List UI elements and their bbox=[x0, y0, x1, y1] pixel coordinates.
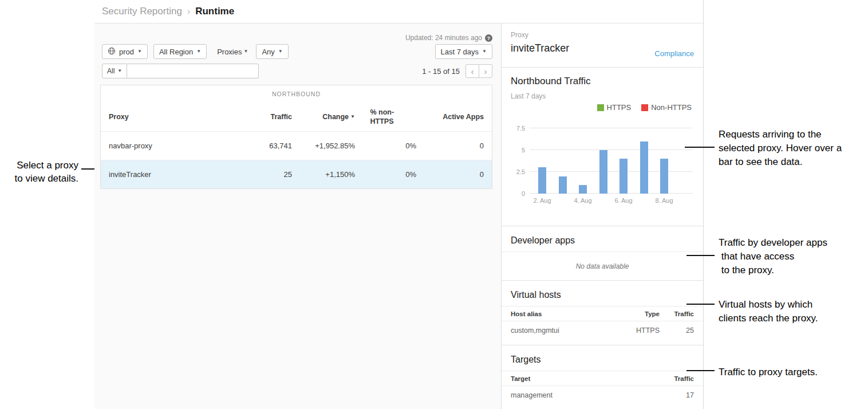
target-column-target: Target bbox=[511, 375, 660, 382]
developer-apps-title: Developer apps bbox=[502, 226, 703, 252]
northbound-traffic-subtitle: Last 7 days bbox=[511, 92, 694, 100]
table-group-header: NORTHBOUND bbox=[101, 85, 492, 103]
legend-https-label: HTTPS bbox=[607, 103, 632, 112]
proxy-table: NORTHBOUND Proxy Traffic Change ▼ % non-… bbox=[100, 85, 492, 189]
chart-legend: HTTPS Non-HTTPS bbox=[597, 103, 692, 112]
proxy-list-panel: Updated: 24 minutes ago ? prod ▼ bbox=[94, 23, 501, 409]
help-icon[interactable]: ? bbox=[485, 34, 492, 42]
chart-bar[interactable] bbox=[538, 167, 546, 194]
chart-x-tick: 4. Aug bbox=[574, 197, 591, 204]
detail-header: Proxy inviteTracker Compliance bbox=[502, 23, 703, 68]
prev-page-button[interactable]: ‹ bbox=[465, 64, 479, 78]
filter-toolbar: prod ▼ All Region ▼ Proxies ▼ Any ▼ bbox=[102, 44, 492, 59]
target-traffic-value: 17 bbox=[660, 391, 694, 399]
chart-plot: 02.557.52. Aug4. Aug6. Aug8. Aug bbox=[530, 128, 693, 194]
chart-gridline bbox=[530, 150, 693, 150]
legend-non-https-swatch bbox=[641, 104, 648, 111]
vh-column-host-alias: Host alias bbox=[511, 310, 620, 317]
virtual-hosts-header-row: Host alias Type Traffic bbox=[502, 306, 703, 321]
callout-line-developer-apps bbox=[686, 255, 715, 256]
chart-bar[interactable] bbox=[559, 176, 567, 194]
search-scope-dropdown[interactable]: All ▼ bbox=[102, 64, 127, 78]
next-page-button[interactable]: › bbox=[479, 64, 492, 78]
virtual-host-row[interactable]: custom,mgmtui HTTPS 25 bbox=[502, 321, 703, 340]
table-cell: 0 bbox=[416, 141, 484, 150]
chart-gridline bbox=[530, 171, 693, 172]
any-filter-dropdown[interactable]: Any ▼ bbox=[256, 44, 288, 59]
table-row[interactable]: navbar-proxy63,741+1,952.85%0%0 bbox=[101, 131, 492, 160]
app-window: Security Reporting › Runtime Updated: 24… bbox=[94, 0, 704, 409]
region-dropdown[interactable]: All Region ▼ bbox=[153, 44, 207, 59]
callout-line-chart bbox=[685, 147, 715, 148]
table-cell: 0% bbox=[355, 170, 416, 179]
page: Select a proxy to view details. Security… bbox=[0, 0, 868, 409]
table-cell: 63,741 bbox=[220, 141, 292, 150]
target-row[interactable]: management 17 bbox=[502, 386, 703, 404]
chart-gridline bbox=[530, 128, 693, 128]
chevron-down-icon: ▼ bbox=[278, 49, 283, 54]
chevron-down-icon: ▼ bbox=[244, 49, 248, 54]
annotation-developer-apps: Traffic by developer apps that have acce… bbox=[719, 236, 827, 277]
chevron-down-icon: ▼ bbox=[137, 49, 142, 54]
table-cell: +1,150% bbox=[292, 170, 355, 179]
chart-y-tick: 5 bbox=[522, 147, 525, 154]
virtual-hosts-section: Virtual hosts Host alias Type Traffic cu… bbox=[502, 281, 703, 345]
table-cell: 0% bbox=[355, 141, 416, 150]
annotation-chart: Requests arriving to the selected proxy.… bbox=[719, 128, 842, 169]
sort-desc-icon: ▼ bbox=[350, 115, 355, 119]
search-toolbar: All ▼ 1 - 15 of 15 ‹ › bbox=[102, 64, 492, 78]
date-range-dropdown[interactable]: Last 7 days ▼ bbox=[435, 44, 492, 59]
vh-host-alias-value: custom,mgmtui bbox=[511, 327, 620, 335]
chevron-down-icon: ▼ bbox=[117, 69, 122, 73]
globe-icon bbox=[108, 47, 116, 57]
target-column-traffic: Traffic bbox=[660, 375, 694, 382]
legend-item-non-https: Non-HTTPS bbox=[641, 103, 692, 112]
chart-gridline bbox=[530, 193, 693, 194]
annotation-targets: Traffic to proxy targets. bbox=[719, 365, 818, 379]
detail-proxy-label: Proxy bbox=[511, 31, 694, 39]
proxies-label: Proxies bbox=[217, 48, 242, 56]
breadcrumb-parent[interactable]: Security Reporting bbox=[102, 6, 182, 17]
northbound-traffic-section: Northbound Traffic Last 7 days HTTPS Non… bbox=[502, 68, 703, 226]
change-label: Change bbox=[322, 113, 349, 121]
proxies-dropdown[interactable]: Proxies ▼ bbox=[216, 44, 249, 59]
non-https-label: % non-HTTPS bbox=[370, 108, 401, 127]
vh-column-traffic: Traffic bbox=[660, 310, 694, 317]
table-header-row: Proxy Traffic Change ▼ % non-HTTPS Activ… bbox=[101, 103, 492, 131]
chart-bar[interactable] bbox=[660, 159, 668, 194]
targets-section: Targets Target Traffic management 17 bbox=[502, 345, 703, 409]
chart-y-tick: 2.5 bbox=[516, 168, 525, 175]
chevron-down-icon: ▼ bbox=[482, 49, 487, 54]
compliance-link[interactable]: Compliance bbox=[654, 49, 694, 58]
northbound-traffic-title: Northbound Traffic bbox=[511, 76, 694, 87]
column-header-active-apps[interactable]: Active Apps bbox=[416, 113, 484, 121]
vh-traffic-value: 25 bbox=[660, 327, 694, 335]
vh-column-type: Type bbox=[620, 310, 660, 317]
chart-bar[interactable] bbox=[640, 141, 648, 194]
table-cell: navbar-proxy bbox=[109, 141, 220, 150]
chart-bar[interactable] bbox=[579, 185, 587, 194]
chart-bar[interactable] bbox=[599, 150, 607, 194]
column-header-non-https[interactable]: % non-HTTPS bbox=[355, 108, 416, 127]
table-cell: 0 bbox=[416, 170, 484, 179]
chart-y-tick: 0 bbox=[522, 190, 525, 197]
column-header-change[interactable]: Change ▼ bbox=[292, 113, 355, 121]
search-scope-label: All bbox=[107, 67, 115, 75]
column-header-traffic[interactable]: Traffic bbox=[220, 113, 292, 121]
table-row[interactable]: inviteTracker25+1,150%0%0 bbox=[101, 160, 492, 188]
annotation-virtual-hosts: Virtual hosts by which clients reach the… bbox=[719, 298, 818, 325]
developer-apps-empty-text: No data available bbox=[502, 252, 703, 270]
updated-status: Updated: 24 minutes ago ? bbox=[405, 34, 492, 42]
legend-item-https: HTTPS bbox=[597, 103, 632, 112]
targets-header-row: Target Traffic bbox=[502, 371, 703, 386]
search-input[interactable] bbox=[127, 64, 259, 78]
date-range-label: Last 7 days bbox=[441, 48, 479, 56]
annotation-select-proxy: Select a proxy to view details. bbox=[15, 159, 79, 185]
column-header-proxy[interactable]: Proxy bbox=[109, 113, 220, 121]
chart-bar[interactable] bbox=[620, 159, 628, 194]
target-value: management bbox=[511, 391, 660, 399]
region-label: All Region bbox=[159, 48, 193, 56]
environment-dropdown[interactable]: prod ▼ bbox=[102, 44, 148, 59]
chart-x-tick: 8. Aug bbox=[655, 197, 673, 204]
table-cell: inviteTracker bbox=[109, 170, 220, 179]
